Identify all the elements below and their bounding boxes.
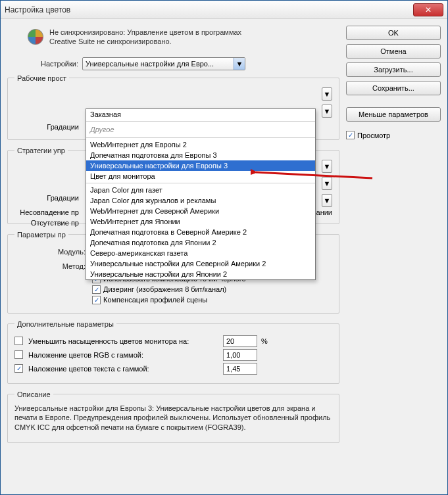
text-gamma-input[interactable] — [223, 363, 257, 375]
combo-stub[interactable]: ▼ — [322, 177, 332, 190]
desat-unit: % — [261, 337, 268, 345]
dropdown-item[interactable]: Web/Интернет для Европы 2 — [86, 139, 315, 150]
window-title: Настройка цветов — [5, 5, 413, 14]
scene-checkbox[interactable] — [92, 296, 101, 304]
workspaces-legend: Рабочие прост — [14, 74, 69, 82]
rgb-gamma-label: Наложение цветов RGB с гаммой: — [28, 351, 219, 359]
rgb-gamma-checkbox[interactable] — [14, 350, 23, 359]
missing-label: Отсутствие пр — [8, 219, 79, 227]
dropdown-item[interactable]: Универсальные настройки для Северной Аме… — [86, 258, 315, 269]
description-legend: Описание — [14, 390, 53, 398]
dropdown-item[interactable]: Japan Color для газет — [86, 185, 315, 195]
advanced-group: Дополнительные параметры Уменьшить насыщ… — [7, 320, 339, 384]
text-gamma-label: Наложение цветов текста с гаммой: — [28, 365, 219, 373]
dropdown-item[interactable]: Допечатная подготовка в Северной Америке… — [86, 227, 315, 237]
dropdown-item[interactable]: Web/Интернет для Северной Америки — [86, 206, 315, 216]
dropdown-item[interactable]: Japan Color для журналов и рекламы — [86, 195, 315, 206]
load-button[interactable]: Загрузить... — [346, 62, 441, 77]
engine-label: Модуль: — [14, 248, 86, 256]
sync-status: Не синхронизировано: Управление цветом в… — [7, 26, 339, 56]
gray2-label: Градации — [8, 194, 79, 202]
sync-line1: Не синхронизировано: Управление цветом в… — [49, 28, 241, 37]
dropdown-section-other: Другое — [86, 123, 315, 136]
save-button[interactable]: Сохранить... — [346, 81, 441, 95]
sync-icon — [27, 28, 44, 45]
dropdown-item-custom[interactable]: Заказная — [86, 109, 315, 120]
titlebar: Настройка цветов ✕ — [1, 1, 447, 19]
dropdown-item[interactable]: Допечатная подготовка для Европы 3 — [86, 150, 315, 160]
gray-label: Градации — [8, 123, 79, 131]
desat-checkbox[interactable] — [14, 337, 23, 345]
dropdown-item[interactable]: Универсальные настройки для Японии 2 — [86, 269, 315, 279]
intent-label: Метод: — [14, 262, 86, 270]
settings-label: Настройки: — [7, 60, 78, 68]
dither-checkbox[interactable] — [92, 285, 101, 294]
dropdown-item[interactable]: Допечатная подготовка для Японии 2 — [86, 237, 315, 248]
ok-button[interactable]: OK — [346, 26, 441, 40]
policies-legend: Стратегии упр — [14, 147, 68, 154]
rgb-gamma-input[interactable] — [223, 349, 257, 361]
text-gamma-checkbox[interactable] — [14, 364, 23, 373]
cancel-button[interactable]: Отмена — [346, 44, 441, 59]
scene-label: Компенсация профилей сцены — [103, 296, 207, 304]
settings-value: Универсальные настройки для Евро... — [86, 60, 234, 68]
settings-dropdown[interactable]: Заказная Другое Web/Интернет для Европы … — [86, 108, 316, 280]
dropdown-item-highlighted[interactable]: Универсальные настройки для Европы 3 — [86, 160, 315, 171]
dropdown-item[interactable]: Северо-американская газета — [86, 248, 315, 258]
combo-stub[interactable]: ▼ — [322, 105, 332, 118]
desat-input[interactable] — [223, 335, 257, 347]
preview-checkbox[interactable] — [346, 131, 355, 139]
combo-stub[interactable]: ▼ — [322, 194, 332, 207]
preview-label: Просмотр — [357, 131, 390, 139]
color-settings-window: Настройка цветов ✕ Не синхронизировано: … — [0, 0, 448, 495]
description-group: Описание Универсальные настройки для Евр… — [7, 390, 339, 443]
description-text: Универсальные настройки для Европы 3: Ун… — [14, 404, 332, 433]
combo-stub[interactable]: ▼ — [322, 160, 332, 173]
dropdown-item[interactable]: Цвет для монитора — [86, 171, 315, 181]
mismatch-label: Несовпадение пр — [8, 208, 79, 216]
dropdown-item[interactable]: Web/Интернет для Японии — [86, 216, 315, 227]
advanced-legend: Дополнительные параметры — [14, 320, 116, 328]
fewer-options-button[interactable]: Меньше параметров — [346, 107, 441, 122]
settings-combo[interactable]: Универсальные настройки для Евро... ▼ — [82, 57, 245, 70]
desat-label: Уменьшить насыщенность цветов монитора н… — [28, 337, 219, 345]
combo-stub[interactable]: ▼ — [322, 87, 332, 101]
conversion-legend: Параметры пр — [14, 231, 68, 239]
sync-line2: Creative Suite не синхронизировано. — [49, 37, 241, 47]
dither-label: Дизеринг (изображения 8 бит/канал) — [103, 285, 226, 293]
chevron-down-icon[interactable]: ▼ — [234, 58, 245, 70]
close-button[interactable]: ✕ — [413, 3, 443, 16]
